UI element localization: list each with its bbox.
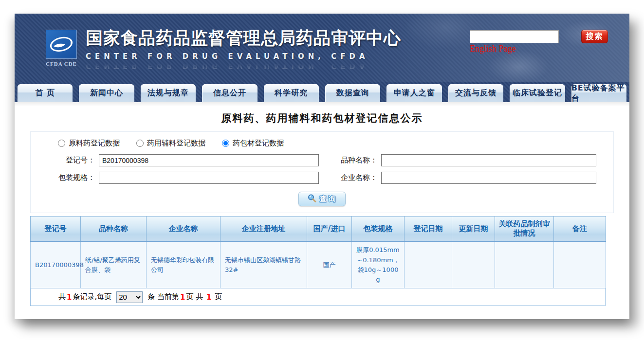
page-size-select[interactable]: 20 <box>116 291 143 303</box>
site-container: CFDA CDE 国家食品药品监督管理总局药品审评中心 CENTER FOR D… <box>15 14 629 319</box>
table-cell-3: 无锡德华彩印包装有限公司 <box>147 242 221 288</box>
data-type-radio-group: 原料药登记数据药用辅料登记数据药包材登记数据 <box>58 139 613 148</box>
company-name-label: 企业名称： <box>323 173 377 182</box>
nav-tab-4[interactable]: 信息公开 <box>202 84 257 102</box>
fish-swoosh-icon <box>49 34 74 55</box>
nav-tab-8[interactable]: 交流与反馈 <box>448 84 503 102</box>
table-cell-4: 无锡市锡山区鹅湖镇锡甘路32# <box>221 242 307 288</box>
nav-tab-7[interactable]: 申请人之窗 <box>386 84 442 102</box>
radio-input-2[interactable] <box>136 140 144 147</box>
table-cell-7 <box>405 242 452 288</box>
query-button[interactable]: 查询 <box>298 192 346 206</box>
logo-caption: CFDA CDE <box>44 61 79 67</box>
column-header-5: 国产/进口 <box>307 216 352 242</box>
radio-input-1[interactable] <box>58 140 65 147</box>
radio-label: 药用辅料登记数据 <box>147 139 205 148</box>
site-title: 国家食品药品监督管理总局药品审评中心 <box>86 27 401 50</box>
table-row: B20170000398纸/铝/聚乙烯药用复合膜、袋无锡德华彩印包装有限公司无锡… <box>31 242 606 288</box>
column-header-3: 企业名称 <box>147 216 221 242</box>
table-cell-10 <box>554 242 606 288</box>
header-search-button[interactable]: 搜索 <box>581 30 608 43</box>
current-page: 1 <box>180 293 185 302</box>
column-header-10: 备注 <box>554 216 606 242</box>
table-cell-8 <box>452 242 495 288</box>
company-name-input[interactable] <box>381 172 596 184</box>
table-cell-2: 纸/铝/聚乙烯药用复合膜、袋 <box>81 242 147 288</box>
nav-tab-1[interactable]: 首 页 <box>18 84 73 102</box>
main-nav: 首 页新闻中心法规与规章信息公开科学研究数据查询申请人之窗交流与反馈临床试验登记… <box>15 82 629 102</box>
table-cell-1: B20170000398 <box>31 242 81 288</box>
pager-text: 条记录,每页 <box>73 292 111 302</box>
page-title: 原料药、药用辅料和药包材登记信息公示 <box>15 102 629 125</box>
total-pages: 1 <box>206 293 211 302</box>
package-spec-input[interactable] <box>99 172 319 184</box>
radio-label: 药包材登记数据 <box>233 139 284 148</box>
pager-text: 页 <box>212 292 222 302</box>
registration-number-label: 登记号： <box>31 156 95 165</box>
nav-tab-2[interactable]: 新闻中心 <box>79 84 134 102</box>
radio-option-2[interactable]: 药用辅料登记数据 <box>136 139 205 148</box>
column-header-4: 企业注册地址 <box>221 216 307 242</box>
radio-label: 原料药登记数据 <box>69 139 120 148</box>
cfda-logo-mark <box>46 30 77 59</box>
search-form: 原料药登记数据药用辅料登记数据药包材登记数据 登记号：品种名称：包装规格：企业名… <box>30 131 614 213</box>
table-header-row: 登记号品种名称企业名称企业注册地址国产/进口包装规格登记日期更新日期关联药品制剂… <box>31 216 606 242</box>
pager-text: 共 <box>58 292 66 302</box>
table-cell-9 <box>495 242 554 288</box>
results-table: 登记号品种名称企业名称企业注册地址国产/进口包装规格登记日期更新日期关联药品制剂… <box>30 216 606 288</box>
column-header-6: 包装规格 <box>352 216 405 242</box>
nav-tab-10[interactable]: BE试验备案平台 <box>571 84 626 102</box>
nav-tab-3[interactable]: 法规与规章 <box>141 84 196 102</box>
column-header-7: 登记日期 <box>405 216 452 242</box>
product-name-label: 品种名称： <box>323 156 377 165</box>
nav-tab-6[interactable]: 数据查询 <box>325 84 380 102</box>
total-records: 1 <box>67 293 72 302</box>
product-name-input[interactable] <box>381 154 596 166</box>
query-button-label: 查询 <box>320 195 337 204</box>
magnifier-icon <box>307 194 316 204</box>
radio-input-3[interactable] <box>222 140 229 147</box>
header-search-input[interactable] <box>470 30 559 43</box>
query-row: 查询 <box>31 192 613 206</box>
radio-option-3[interactable]: 药包材登记数据 <box>222 139 284 148</box>
radio-option-1[interactable]: 原料药登记数据 <box>58 139 120 148</box>
pagination-bar: 共1条记录,每页 20 条 当前第1页 共 1 页 <box>30 288 606 306</box>
pager-text: 页 共 <box>186 292 205 302</box>
column-header-8: 更新日期 <box>452 216 495 242</box>
column-header-1: 登记号 <box>31 216 81 242</box>
cfda-logo: CFDA CDE <box>44 30 79 67</box>
package-spec-label: 包装规格： <box>31 173 95 182</box>
registration-number-input[interactable] <box>99 154 319 166</box>
column-header-9: 关联药品制剂审批情况 <box>495 216 554 242</box>
main-content: 原料药、药用辅料和药包材登记信息公示 原料药登记数据药用辅料登记数据药包材登记数… <box>15 102 629 319</box>
site-header: CFDA CDE 国家食品药品监督管理总局药品审评中心 CENTER FOR D… <box>15 14 629 82</box>
pager-text: 条 当前第 <box>147 292 179 302</box>
header-titles: 国家食品药品监督管理总局药品审评中心 CENTER FOR DRUG EVALU… <box>86 27 401 70</box>
nav-tab-5[interactable]: 科学研究 <box>264 84 319 102</box>
search-fields: 登记号：品种名称：包装规格：企业名称： <box>31 154 613 184</box>
column-header-2: 品种名称 <box>81 216 147 242</box>
table-cell-5: 国产 <box>307 242 352 288</box>
site-subtitle-reflection: CENTER FOR DRUG EVALUATION, CFDA <box>86 61 401 70</box>
table-cell-6: 膜厚0.015mm～0.180mm，袋10g～1000g <box>352 242 405 288</box>
nav-tab-9[interactable]: 临床试验登记 <box>510 84 565 102</box>
english-page-link[interactable]: English Page <box>470 44 516 54</box>
site-subtitle: CENTER FOR DRUG EVALUATION, CFDA <box>86 52 401 61</box>
